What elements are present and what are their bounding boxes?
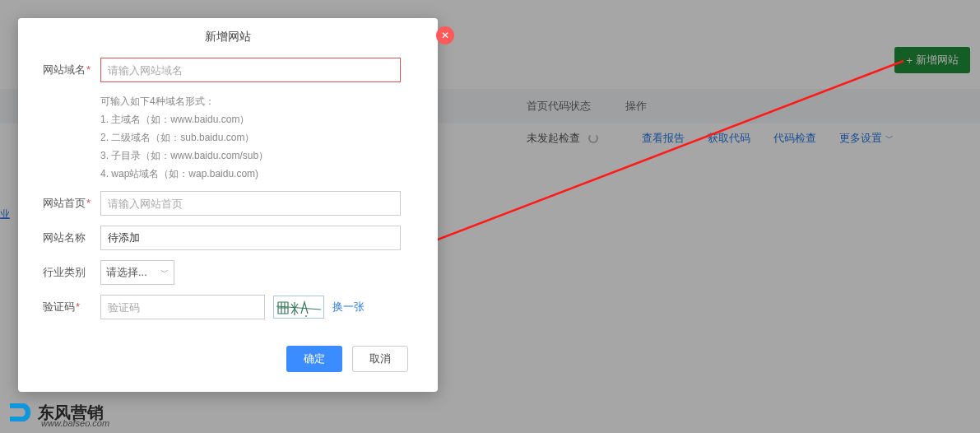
logo-url: www.bafseo.com xyxy=(41,418,109,428)
modal-title: 新增网站 xyxy=(205,30,251,43)
confirm-button[interactable]: 确定 xyxy=(286,346,342,372)
captcha-refresh-link[interactable]: 换一张 xyxy=(332,300,365,314)
domain-hints: 可输入如下4种域名形式： 1. 主域名（如：www.baidu.com） 2. … xyxy=(100,92,438,183)
home-input[interactable] xyxy=(100,191,401,216)
name-input[interactable] xyxy=(100,226,401,250)
hint-3: 3. 子目录（如：www.baidu.com/sub） xyxy=(100,147,438,165)
hint-2: 2. 二级域名（如：sub.baidu.com） xyxy=(100,128,438,147)
modal-title-bar: 新增网站 ✕ xyxy=(18,18,438,53)
domain-input[interactable] xyxy=(100,58,401,82)
chevron-down-icon: ﹀ xyxy=(160,267,169,278)
hint-4: 4. wap站域名（如：wap.baidu.com) xyxy=(100,165,438,183)
home-label: 网站首页 xyxy=(43,191,100,216)
captcha-input[interactable] xyxy=(100,295,265,319)
industry-select[interactable]: 请选择... ﹀ xyxy=(100,260,174,285)
captcha-label: 验证码 xyxy=(43,295,100,319)
hint-intro: 可输入如下4种域名形式： xyxy=(100,92,438,110)
close-icon[interactable]: ✕ xyxy=(436,26,454,44)
hint-1: 1. 主域名（如：www.baidu.com） xyxy=(100,110,438,128)
add-site-modal: 新增网站 ✕ 网站域名 可输入如下4种域名形式： 1. 主域名（如：www.ba… xyxy=(18,18,438,392)
industry-label: 行业类别 xyxy=(43,260,100,285)
industry-selected: 请选择... xyxy=(106,265,147,280)
cancel-button[interactable]: 取消 xyxy=(352,346,408,372)
captcha-image[interactable] xyxy=(273,296,324,319)
name-label: 网站名称 xyxy=(43,226,100,250)
logo-icon xyxy=(7,398,35,426)
watermark-logo: 东风营销 www.bafseo.com xyxy=(7,398,104,426)
domain-label: 网站域名 xyxy=(43,58,100,82)
